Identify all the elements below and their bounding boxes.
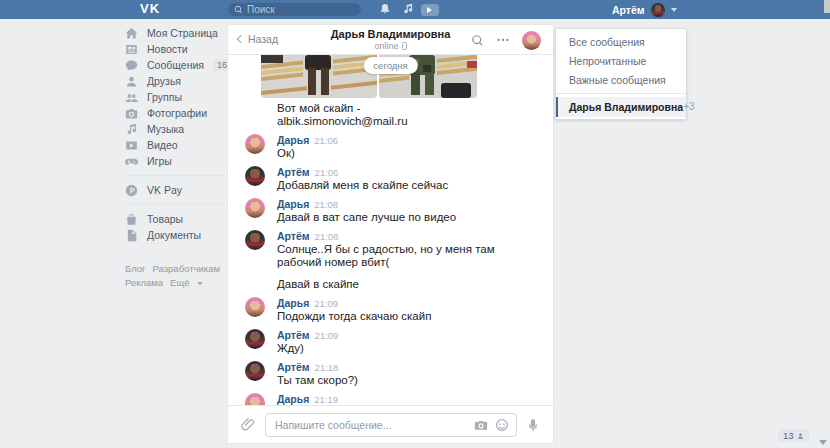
message-text: Подожди тогда скачаю скайп (277, 310, 431, 323)
selected-conversation[interactable]: Дарья Владимировна +3 (556, 97, 686, 117)
filter-all-messages[interactable]: Все сообщения (556, 33, 686, 52)
date-divider: сегодня (363, 57, 417, 74)
message-text: Давай в скайпе (277, 277, 537, 291)
divider (125, 175, 225, 176)
avatar[interactable] (245, 198, 265, 218)
shopping-bag-icon (125, 213, 138, 226)
chat-panel: Назад Дарья Владимировна online сегодня (228, 25, 553, 443)
footer-link-blog[interactable]: Блог (125, 263, 146, 274)
person-icon (797, 432, 804, 440)
document-icon (125, 229, 138, 242)
message-author[interactable]: Дарья (277, 393, 309, 405)
messages-icon (125, 59, 138, 72)
news-icon (125, 43, 138, 56)
sidebar-item-market[interactable]: Товары (125, 211, 225, 227)
divider (125, 204, 225, 205)
friends-icon (125, 75, 138, 88)
message-row: Дарья21:08 Давай в ват сапе лучше по вид… (245, 198, 537, 224)
message-time: 21:08 (314, 199, 338, 210)
music-note-icon (125, 123, 138, 136)
message-row: Дарья21:09 Подожди тогда скачаю скайп (245, 297, 537, 323)
photo-camera-icon[interactable] (474, 418, 488, 432)
vk-logo[interactable]: VK (140, 1, 160, 16)
topbar-user-menu[interactable]: Артём (612, 0, 677, 19)
search-icon (234, 5, 243, 14)
photo-attachment[interactable] (261, 55, 377, 98)
voice-microphone-icon[interactable] (526, 418, 540, 432)
message-author[interactable]: Дарья (277, 297, 309, 309)
avatar[interactable] (245, 134, 265, 154)
sidebar-label: Документы (147, 229, 201, 241)
message-text: Ты там скоро?) (277, 374, 358, 387)
chat-search-icon[interactable] (471, 34, 484, 47)
sidebar-item-music[interactable]: Музыка (125, 121, 225, 137)
message-author[interactable]: Артём (277, 329, 310, 341)
sidebar-label: Сообщения (147, 59, 204, 71)
avatar[interactable] (245, 393, 265, 405)
scrollbar-thumb[interactable] (824, 0, 830, 13)
sidebar-item-my-page[interactable]: Моя Страница (125, 25, 225, 41)
message-author[interactable]: Артём (277, 361, 310, 373)
footer-link-developers[interactable]: Разработчикам (153, 263, 220, 274)
footer-link-ads[interactable]: Реклама (125, 277, 163, 288)
message-author[interactable]: Дарья (277, 134, 309, 146)
message-time: 21:09 (315, 330, 339, 341)
message-text: Ок) (277, 147, 338, 160)
avatar[interactable] (245, 166, 265, 186)
sidebar-label: Игры (147, 155, 172, 167)
message-time: 21:09 (314, 298, 338, 309)
message-composer (228, 405, 553, 443)
chevron-down-icon (197, 282, 203, 285)
message-history[interactable]: сегодня (228, 55, 553, 405)
footer-link-more[interactable]: Ещё (170, 277, 189, 288)
avatar[interactable] (245, 361, 265, 381)
avatar[interactable] (245, 230, 265, 250)
sidebar-item-vk-pay[interactable]: VK Pay (125, 182, 225, 198)
sidebar-label: Товары (147, 213, 183, 225)
left-nav: Моя Страница Новости Сообщения 16 Друзья… (125, 25, 225, 290)
avatar[interactable] (245, 297, 265, 317)
selected-conversation-name: Дарья Владимировна (569, 97, 683, 117)
sidebar-item-groups[interactable]: Группы (125, 89, 225, 105)
attach-paperclip-icon[interactable] (241, 417, 256, 432)
message-time: 21:18 (315, 362, 339, 373)
notifications-bell-icon[interactable] (379, 3, 391, 15)
message-row: Артём21:18 Ты там скоро?) (245, 361, 537, 387)
chat-header: Назад Дарья Владимировна online (228, 25, 553, 55)
filter-unread[interactable]: Непрочитанные (556, 52, 686, 71)
vk-pay-icon (125, 184, 138, 197)
message-author[interactable]: Дарья (277, 198, 309, 210)
mobile-phone-icon (402, 42, 407, 50)
filter-important[interactable]: Важные сообщения (556, 71, 686, 90)
sidebar-item-games[interactable]: Игры (125, 153, 225, 169)
message-text: Добавляй меня в скайпе сейчас (277, 179, 448, 192)
message-author[interactable]: Артём (277, 166, 310, 178)
video-play-icon[interactable] (421, 4, 439, 16)
sidebar-item-video[interactable]: Видео (125, 137, 225, 153)
sidebar-label: Друзья (147, 75, 181, 87)
message-author[interactable]: Артём (277, 230, 310, 242)
message-text: Вот мой скайп - (277, 102, 537, 115)
sidebar-item-documents[interactable]: Документы (125, 227, 225, 243)
message-time: 21:08 (315, 231, 339, 242)
sidebar-item-messages[interactable]: Сообщения 16 (125, 57, 225, 73)
divider (556, 93, 686, 94)
message-input-wrap (265, 413, 517, 437)
sidebar-item-news[interactable]: Новости (125, 41, 225, 57)
sidebar-item-friends[interactable]: Друзья (125, 73, 225, 89)
sidebar-item-photos[interactable]: Фотографии (125, 105, 225, 121)
message-time: 21:06 (315, 167, 339, 178)
collapse-chevron-icon[interactable] (819, 440, 827, 445)
more-options-icon[interactable] (496, 33, 510, 47)
avatar[interactable] (245, 329, 265, 349)
sidebar-footer: БлогРазработчикам РекламаЕщё (125, 262, 225, 290)
chevron-down-icon (671, 8, 677, 12)
global-search[interactable] (228, 3, 361, 16)
online-friends-widget[interactable]: 13 (778, 429, 809, 442)
search-input[interactable] (247, 4, 347, 15)
chat-peer-avatar[interactable] (522, 31, 541, 50)
topbar-user-avatar (651, 3, 665, 17)
music-icon[interactable] (402, 3, 414, 15)
selection-accent-bar (556, 97, 558, 117)
emoji-smiley-icon[interactable] (495, 418, 509, 432)
